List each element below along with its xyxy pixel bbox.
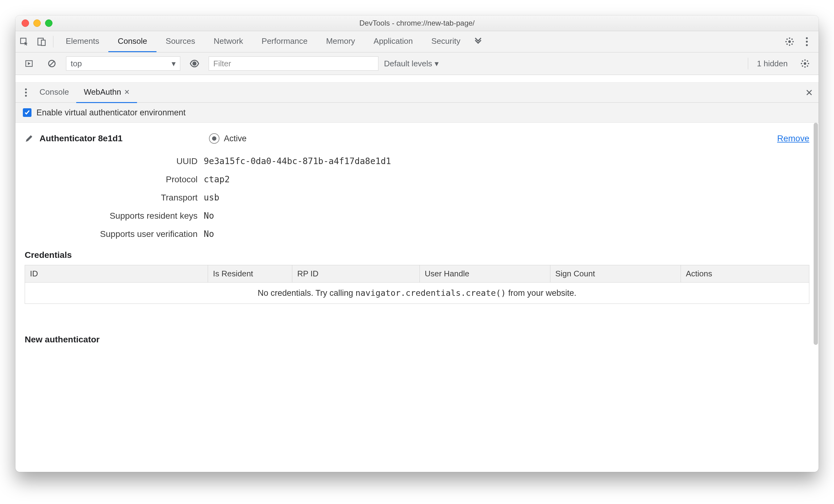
tab-performance[interactable]: Performance <box>253 31 317 52</box>
active-radio[interactable]: Active <box>209 133 247 144</box>
window-title: DevTools - chrome://new-tab-page/ <box>16 19 818 27</box>
svg-point-6 <box>806 44 808 46</box>
settings-icon[interactable] <box>781 33 798 50</box>
tab-network[interactable]: Network <box>204 31 252 52</box>
svg-rect-2 <box>41 40 45 46</box>
authenticator-header: Authenticator 8e1d1 Active Remove <box>25 133 809 144</box>
prop-label-protocol: Protocol <box>25 175 204 184</box>
tab-console[interactable]: Console <box>108 31 156 52</box>
toggle-sidebar-icon[interactable] <box>20 55 38 72</box>
tabs-overflow-icon[interactable] <box>469 31 487 52</box>
table-header: ID Is Resident RP ID User Handle Sign Co… <box>25 265 809 282</box>
hidden-messages-count[interactable]: 1 hidden <box>757 59 788 68</box>
context-selector[interactable]: top ▾ <box>66 56 180 71</box>
col-is-resident[interactable]: Is Resident <box>208 265 292 282</box>
col-actions[interactable]: Actions <box>681 265 809 282</box>
radio-icon <box>209 133 219 144</box>
divider <box>53 36 53 47</box>
credentials-empty-message: No credentials. Try calling navigator.cr… <box>25 282 809 303</box>
active-label: Active <box>224 134 247 143</box>
drawer-more-icon[interactable] <box>20 84 32 101</box>
svg-point-10 <box>192 61 196 65</box>
chevron-down-icon: ▾ <box>172 59 176 68</box>
inspect-element-icon[interactable] <box>16 33 33 50</box>
credentials-heading: Credentials <box>25 250 809 260</box>
console-toolbar: top ▾ Default levels ▾ 1 hidden <box>16 52 818 75</box>
webauthn-content: Authenticator 8e1d1 Active Remove UUID 9… <box>16 123 818 472</box>
close-drawer-icon[interactable]: ✕ <box>805 87 813 98</box>
drawer-tabs: Console WebAuthn ✕ ✕ <box>16 83 818 103</box>
log-levels-selector[interactable]: Default levels ▾ <box>384 59 439 68</box>
prop-value-transport: usb <box>204 192 219 203</box>
prop-value-uuid: 9e3a15fc-0da0-44bc-871b-a4f17da8e1d1 <box>204 156 391 166</box>
scrollbar[interactable] <box>813 123 818 472</box>
tab-memory[interactable]: Memory <box>317 31 364 52</box>
remove-authenticator-link[interactable]: Remove <box>777 134 809 143</box>
device-toolbar-icon[interactable] <box>33 33 50 50</box>
col-rp-id[interactable]: RP ID <box>292 265 420 282</box>
context-selector-value: top <box>71 59 82 68</box>
prop-label-transport: Transport <box>25 193 204 203</box>
titlebar: DevTools - chrome://new-tab-page/ <box>16 16 818 31</box>
prop-label-resident-keys: Supports resident keys <box>25 211 204 221</box>
prop-value-protocol: ctap2 <box>204 174 229 184</box>
drawer-tab-console[interactable]: Console <box>32 82 76 103</box>
authenticator-properties: UUID 9e3a15fc-0da0-44bc-871b-a4f17da8e1d… <box>25 156 809 239</box>
edit-icon[interactable] <box>25 134 33 143</box>
clear-console-icon[interactable] <box>43 55 61 72</box>
enable-virtual-auth-label: Enable virtual authenticator environment <box>37 108 185 117</box>
enable-virtual-auth-checkbox[interactable] <box>23 108 31 117</box>
prop-label-uuid: UUID <box>25 156 204 166</box>
authenticator-title: Authenticator 8e1d1 <box>40 134 123 143</box>
close-tab-icon[interactable]: ✕ <box>124 88 130 96</box>
col-user-handle[interactable]: User Handle <box>420 265 550 282</box>
svg-point-4 <box>806 37 808 39</box>
prop-value-resident-keys: No <box>204 211 214 221</box>
live-expression-icon[interactable] <box>186 55 203 72</box>
more-icon[interactable] <box>798 33 815 50</box>
svg-point-14 <box>25 95 27 97</box>
devtools-window: DevTools - chrome://new-tab-page/ Elemen… <box>16 16 818 472</box>
svg-point-5 <box>806 41 808 43</box>
drawer-tab-label: WebAuthn <box>84 87 121 97</box>
svg-point-13 <box>25 92 27 93</box>
prop-value-user-verification: No <box>204 229 214 239</box>
drawer-tab-webauthn[interactable]: WebAuthn ✕ <box>76 82 137 103</box>
svg-point-12 <box>25 89 27 90</box>
tab-elements[interactable]: Elements <box>57 31 108 52</box>
main-tabs: Elements Console Sources Network Perform… <box>57 31 487 52</box>
svg-point-3 <box>788 40 791 43</box>
console-settings-icon[interactable] <box>796 55 814 72</box>
console-output-area <box>16 75 818 83</box>
col-sign-count[interactable]: Sign Count <box>550 265 681 282</box>
chevron-down-icon: ▾ <box>435 59 439 68</box>
col-id[interactable]: ID <box>25 265 208 282</box>
drawer-tab-label: Console <box>40 87 69 97</box>
svg-point-11 <box>804 62 807 65</box>
enable-virtual-auth-row: Enable virtual authenticator environment <box>16 103 818 123</box>
prop-label-user-verification: Supports user verification <box>25 229 204 239</box>
new-authenticator-heading: New authenticator <box>25 335 809 345</box>
svg-line-9 <box>50 61 54 66</box>
log-levels-label: Default levels <box>384 59 432 68</box>
main-toolbar: Elements Console Sources Network Perform… <box>16 31 818 52</box>
tab-application[interactable]: Application <box>364 31 422 52</box>
tab-security[interactable]: Security <box>422 31 470 52</box>
filter-input[interactable] <box>208 56 378 71</box>
credentials-table: ID Is Resident RP ID User Handle Sign Co… <box>25 265 809 304</box>
tab-sources[interactable]: Sources <box>156 31 204 52</box>
